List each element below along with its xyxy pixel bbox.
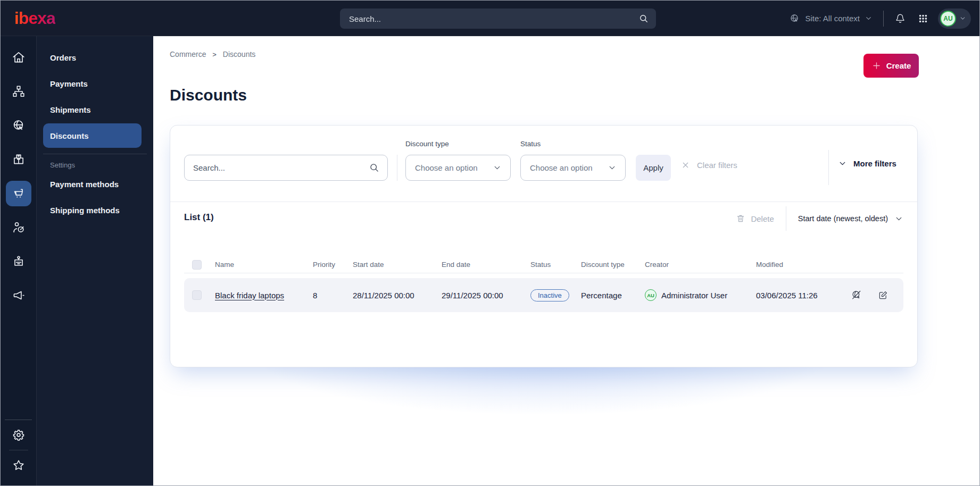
badge-icon bbox=[12, 255, 26, 269]
sidebar-item-orders[interactable]: Orders bbox=[43, 45, 142, 70]
global-search-input[interactable] bbox=[340, 14, 638, 23]
creator-name: Administrator User bbox=[661, 291, 727, 300]
column-header-creator: Creator bbox=[638, 261, 750, 269]
create-button[interactable]: Create bbox=[863, 54, 919, 78]
table-header: Name Priority Start date End date Status… bbox=[184, 256, 903, 273]
ibexa-logo: ibexa bbox=[14, 9, 55, 28]
discount-type-value: Choose an option bbox=[415, 163, 478, 172]
status-dropdown[interactable]: Choose an option bbox=[520, 155, 626, 181]
row-checkbox[interactable] bbox=[192, 290, 202, 300]
rail-item-customers[interactable] bbox=[6, 215, 31, 240]
column-header-modified: Modified bbox=[750, 261, 844, 269]
discounts-table: Name Priority Start date End date Status… bbox=[184, 256, 903, 312]
status-label: Status bbox=[520, 140, 541, 148]
column-header-name: Name bbox=[209, 261, 306, 269]
column-header-discount-type: Discount type bbox=[575, 261, 638, 269]
sidebar-item-label: Shipments bbox=[50, 105, 91, 114]
breadcrumb: Commerce > Discounts bbox=[170, 50, 255, 58]
site-context-selector[interactable]: Site: All context bbox=[789, 13, 873, 24]
edit-icon[interactable] bbox=[877, 290, 888, 301]
home-icon bbox=[12, 51, 26, 64]
clear-filters-label: Clear filters bbox=[697, 161, 737, 170]
site-context-label: Site: All context bbox=[805, 14, 860, 23]
status-value: Choose an option bbox=[530, 163, 593, 172]
priority-cell: 8 bbox=[306, 291, 346, 300]
chevron-down-icon bbox=[959, 15, 966, 22]
rail-item-corporate[interactable] bbox=[6, 249, 31, 274]
sidebar-item-payments[interactable]: Payments bbox=[43, 71, 142, 96]
preview-disabled-icon[interactable] bbox=[851, 289, 862, 301]
sidebar-settings-label: Settings bbox=[50, 161, 153, 169]
rail-item-home[interactable] bbox=[6, 45, 31, 70]
filter-bar: Discount type Choose an option Status Ch… bbox=[170, 125, 917, 202]
rail-item-commerce[interactable] bbox=[6, 181, 31, 206]
search-icon bbox=[369, 162, 380, 173]
rail-divider bbox=[5, 420, 32, 420]
sidebar-item-shipments[interactable]: Shipments bbox=[43, 97, 142, 122]
sidebar-item-label: Payment methods bbox=[50, 180, 119, 189]
plus-icon bbox=[871, 61, 882, 71]
topbar-right-group: Site: All context AU bbox=[789, 1, 971, 36]
rail-item-products[interactable] bbox=[6, 147, 31, 172]
chevron-down-icon bbox=[608, 163, 617, 172]
more-filters-button[interactable]: More filters bbox=[838, 159, 896, 168]
rail-item-bookmarks[interactable] bbox=[6, 453, 31, 478]
user-menu[interactable]: AU bbox=[938, 9, 971, 29]
app-grid-icon[interactable] bbox=[918, 13, 928, 24]
card-glow bbox=[159, 355, 930, 486]
chevron-down-icon bbox=[838, 159, 847, 168]
delete-button[interactable]: Delete bbox=[736, 214, 774, 223]
sort-dropdown-value: Start date (newest, oldest) bbox=[798, 214, 888, 223]
sidebar-item-label: Payments bbox=[50, 79, 88, 88]
chevron-down-icon bbox=[865, 14, 873, 22]
close-icon bbox=[681, 161, 690, 170]
notifications-bell-icon[interactable] bbox=[894, 13, 906, 24]
main-content: Commerce > Discounts Create Discounts Di… bbox=[153, 36, 980, 486]
chevron-down-icon bbox=[894, 214, 903, 223]
select-all-checkbox[interactable] bbox=[192, 260, 202, 270]
delete-button-label: Delete bbox=[751, 214, 774, 223]
apply-button[interactable]: Apply bbox=[636, 155, 671, 181]
sort-dropdown[interactable]: Start date (newest, oldest) bbox=[798, 214, 903, 223]
discount-type-label: Discount type bbox=[405, 140, 449, 148]
trash-icon bbox=[736, 214, 745, 223]
rail-divider bbox=[9, 450, 28, 450]
sidebar-item-label: Discounts bbox=[50, 131, 89, 140]
avatar: AU bbox=[940, 11, 956, 27]
megaphone-icon bbox=[12, 289, 26, 303]
commerce-sidebar: Orders Payments Shipments Discounts Sett… bbox=[36, 36, 153, 486]
rail-item-settings[interactable] bbox=[6, 422, 31, 448]
more-filters-label: More filters bbox=[853, 159, 896, 168]
list-controls: Delete Start date (newest, oldest) bbox=[736, 206, 903, 231]
page-title: Discounts bbox=[170, 86, 247, 104]
chevron-down-icon bbox=[493, 163, 502, 172]
sitemap-icon bbox=[12, 85, 26, 98]
rail-item-marketing[interactable] bbox=[6, 283, 31, 308]
discount-name-link[interactable]: Black friday laptops bbox=[215, 291, 284, 300]
globe-icon bbox=[789, 13, 800, 24]
sidebar-item-label: Shipping methods bbox=[50, 206, 120, 215]
gear-icon bbox=[12, 428, 26, 442]
modified-cell: 03/06/2025 11:26 bbox=[750, 291, 844, 300]
sidebar-item-discounts[interactable]: Discounts bbox=[43, 123, 142, 148]
column-header-end-date: End date bbox=[435, 261, 524, 269]
sidebar-item-payment-methods[interactable]: Payment methods bbox=[43, 172, 142, 196]
discount-type-dropdown[interactable]: Choose an option bbox=[405, 155, 511, 181]
breadcrumb-discounts[interactable]: Discounts bbox=[223, 50, 255, 58]
rail-item-site-context[interactable] bbox=[6, 113, 31, 138]
global-search bbox=[340, 9, 656, 29]
rail-item-site-tree[interactable] bbox=[6, 79, 31, 104]
clear-filters-button[interactable]: Clear filters bbox=[681, 161, 737, 170]
breadcrumb-commerce[interactable]: Commerce bbox=[170, 50, 206, 58]
top-bar: ibexa Site: All context bbox=[1, 1, 979, 36]
column-header-priority: Priority bbox=[306, 261, 346, 269]
end-date-cell: 29/11/2025 00:00 bbox=[435, 291, 524, 300]
row-actions bbox=[844, 289, 903, 301]
start-date-cell: 28/11/2025 00:00 bbox=[346, 291, 435, 300]
topbar-divider bbox=[883, 11, 884, 27]
sidebar-item-shipping-methods[interactable]: Shipping methods bbox=[43, 198, 142, 222]
sidebar-item-label: Orders bbox=[50, 53, 76, 62]
filter-search-input[interactable] bbox=[185, 163, 369, 172]
discount-type-cell: Percentage bbox=[575, 291, 638, 300]
search-icon[interactable] bbox=[638, 13, 649, 24]
